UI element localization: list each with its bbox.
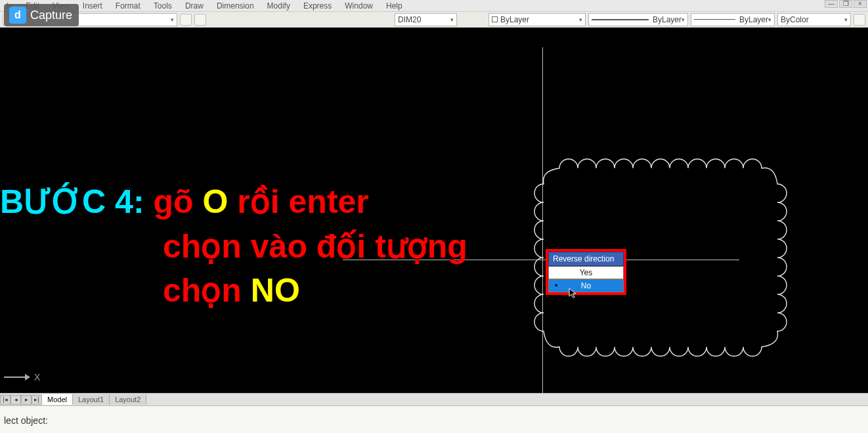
- linetype-combo[interactable]: ByLayer ▾: [588, 13, 688, 26]
- layer-states-icon[interactable]: [194, 14, 206, 26]
- menu-insert[interactable]: Insert: [76, 1, 109, 11]
- reverse-direction-popup: Reverse direction Yes No: [546, 249, 626, 295]
- layout-tabstrip: |◂ ◂ ▸ ▸| Model Layout1 Layout2: [0, 393, 868, 405]
- color-swatch-icon: [492, 16, 498, 22]
- instruction-overlay: BƯỚC 4: gõ O rồi enter chọn vào đối tượn…: [0, 180, 467, 313]
- popup-title: Reverse direction: [548, 252, 624, 266]
- dim-style-value: DIM20: [398, 15, 421, 24]
- tab-nav-prev[interactable]: ◂: [11, 395, 21, 405]
- close-button[interactable]: ×: [854, 0, 867, 8]
- line1-rest: rồi enter: [237, 183, 369, 220]
- command-line[interactable]: lect object:: [0, 405, 868, 433]
- plotstyle-value: ByColor: [781, 15, 809, 24]
- menu-help[interactable]: Help: [380, 1, 409, 11]
- layer-manager-icon[interactable]: [180, 14, 192, 26]
- layer-color-combo[interactable]: ByLayer ▾: [488, 13, 586, 26]
- line1-key: O: [202, 183, 228, 220]
- crosshair-vertical: [542, 47, 543, 393]
- tab-model[interactable]: Model: [42, 394, 73, 405]
- minimize-button[interactable]: —: [825, 0, 838, 8]
- tab-layout1[interactable]: Layout1: [73, 394, 110, 405]
- line2-text: chọn vào đối tượng: [163, 228, 467, 265]
- menu-window[interactable]: Window: [338, 1, 380, 11]
- tab-nav-next[interactable]: ▸: [21, 395, 32, 405]
- lineweight-value: ByLayer: [739, 15, 768, 24]
- step-label: BƯỚC 4:: [0, 183, 144, 220]
- tab-layout2[interactable]: Layout2: [110, 394, 146, 405]
- linetype-preview-icon: [592, 19, 649, 20]
- menu-express[interactable]: Express: [297, 1, 338, 11]
- lineweight-combo[interactable]: ByLayer ▾: [691, 13, 775, 26]
- drawing-canvas[interactable]: BƯỚC 4: gõ O rồi enter chọn vào đối tượn…: [0, 28, 868, 393]
- popup-option-no[interactable]: No: [548, 279, 624, 292]
- line3-chon: chọn: [163, 272, 242, 309]
- mouse-cursor-icon: [569, 288, 579, 298]
- line3-no: NO: [251, 272, 300, 309]
- linetype-value: ByLayer: [653, 15, 682, 24]
- menu-tools[interactable]: Tools: [147, 1, 179, 11]
- capture-app-label: Capture: [30, 9, 72, 22]
- window-controls: — ❐ ×: [825, 0, 867, 8]
- menubar: le Edit View Insert Format Tools Draw Di…: [0, 0, 868, 12]
- popup-option-yes[interactable]: Yes: [548, 266, 624, 279]
- toolbar-icon-end[interactable]: [854, 14, 865, 26]
- dim-style-combo[interactable]: DIM20 ▾: [395, 13, 457, 26]
- lineweight-preview-icon: [694, 19, 735, 20]
- command-prompt-text: lect object:: [4, 415, 48, 426]
- capture-app-icon: d: [9, 7, 26, 24]
- maximize-button[interactable]: ❐: [839, 0, 852, 8]
- ucs-icon: X: [4, 371, 40, 384]
- layer-color-value: ByLayer: [500, 15, 529, 24]
- line1-go: gõ: [153, 183, 193, 220]
- svg-marker-1: [25, 374, 30, 380]
- ucs-x-label: X: [34, 372, 40, 382]
- plotstyle-combo[interactable]: ByColor ▾: [777, 13, 851, 26]
- property-toolbar: ▾ DIM20 ▾ ByLayer ▾ ByLayer ▾ ByLayer ▾ …: [0, 12, 868, 28]
- tab-nav-last[interactable]: ▸|: [32, 395, 42, 405]
- menu-modify[interactable]: Modify: [261, 1, 297, 11]
- menu-dimension[interactable]: Dimension: [210, 1, 261, 11]
- menu-format[interactable]: Format: [109, 1, 147, 11]
- capture-app-badge: d Capture: [4, 4, 79, 26]
- menu-draw[interactable]: Draw: [179, 1, 210, 11]
- tab-nav-first[interactable]: |◂: [0, 395, 11, 405]
